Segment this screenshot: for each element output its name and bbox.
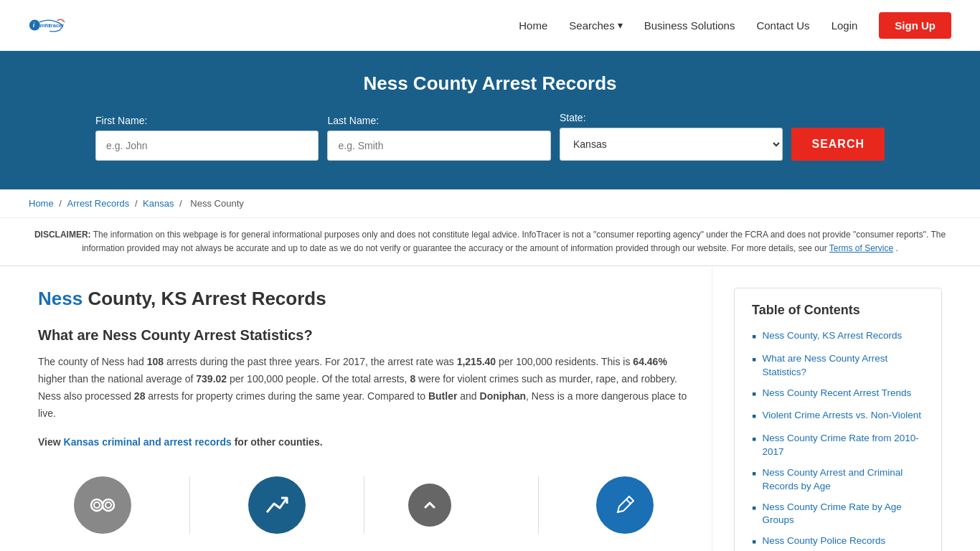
p1-mid1: arrests during the past three years. For… — [164, 356, 457, 367]
svg-text:™: ™ — [61, 21, 63, 24]
arrest-rate: 1,215.40 — [457, 356, 496, 367]
toc-bullet: ▪ — [752, 329, 756, 345]
state-label: State: — [560, 112, 586, 123]
toc-list-item: ▪What are Ness County Arrest Statistics? — [752, 352, 924, 380]
divider1 — [189, 476, 190, 534]
breadcrumb-sep2: / — [135, 198, 140, 209]
breadcrumb-home[interactable]: Home — [29, 198, 54, 209]
toc-heading: Table of Contents — [752, 303, 924, 318]
nav-business-solutions[interactable]: Business Solutions — [644, 19, 735, 32]
last-name-label: Last Name: — [327, 115, 379, 126]
view-records-paragraph: View Kansas criminal and arrest records … — [38, 434, 690, 451]
scroll-top-button[interactable] — [408, 484, 451, 527]
toc-list-item: ▪Ness County Police Records — [752, 534, 924, 550]
view-link[interactable]: Kansas criminal and arrest records — [64, 436, 232, 448]
logo[interactable]: i info tracer ™ — [29, 7, 65, 43]
svg-line-10 — [626, 499, 631, 504]
icon-handcuffs — [60, 476, 146, 534]
breadcrumb: Home / Arrest Records / Kansas / Ness Co… — [0, 189, 980, 218]
article-title-rest: County, KS Arrest Records — [83, 288, 326, 309]
toc-link[interactable]: Ness County Recent Arrest Trends — [762, 387, 911, 400]
toc-bullet: ▪ — [752, 534, 756, 550]
sidebar: Table of Contents ▪Ness County, KS Arres… — [712, 266, 956, 551]
toc-bullet: ▪ — [752, 432, 756, 448]
toc-link[interactable]: Violent Crime Arrests vs. Non-Violent — [762, 409, 921, 423]
svg-point-8 — [105, 502, 111, 508]
breadcrumb-sep3: / — [179, 198, 184, 209]
divider3 — [538, 476, 539, 534]
last-name-input[interactable] — [327, 131, 550, 161]
toc-list-item: ▪Ness County Crime Rate by Age Groups — [752, 501, 924, 528]
national-avg: 739.02 — [196, 373, 227, 385]
toc-list-item: ▪Ness County Crime Rate from 2010-2017 — [752, 432, 924, 459]
nav-login[interactable]: Login — [831, 19, 858, 32]
svg-text:i: i — [33, 22, 35, 29]
article-title: Ness County, KS Arrest Records — [38, 288, 690, 310]
icon-pencil — [582, 476, 668, 534]
state-group: State: AlabamaAlaskaArizonaArkansasCalif… — [560, 112, 783, 161]
disclaimer-bar: DISCLAIMER: The information on this webp… — [0, 218, 980, 266]
icon-scroll-top[interactable] — [408, 484, 494, 527]
first-name-group: First Name: — [95, 115, 319, 161]
toc-bullet: ▪ — [752, 501, 756, 517]
trend-up-icon — [248, 476, 306, 534]
disclaimer-label: DISCLAIMER: — [34, 230, 91, 240]
svg-text:info: info — [40, 22, 50, 29]
property-count: 28 — [134, 390, 146, 402]
svg-point-7 — [103, 499, 114, 511]
toc-link[interactable]: Ness County Crime Rate by Age Groups — [762, 501, 924, 528]
main-nav: Home Searches ▾ Business Solutions Conta… — [519, 12, 951, 39]
toc-link[interactable]: Ness County Crime Rate from 2010-2017 — [762, 432, 924, 459]
first-name-input[interactable] — [95, 131, 319, 161]
nav-contact-us[interactable]: Contact Us — [756, 19, 809, 32]
svg-point-6 — [94, 502, 100, 508]
hero-title: Ness County Arrest Records — [29, 72, 951, 95]
toc-bullet: ▪ — [752, 466, 756, 482]
toc-link[interactable]: Ness County Police Records — [762, 534, 885, 548]
p1-mid2: per 100,000 residents. This is — [496, 356, 633, 367]
breadcrumb-ness-county: Ness County — [190, 198, 243, 209]
article: Ness County, KS Arrest Records What are … — [24, 266, 712, 551]
p1-mid3: higher than the national average of — [38, 373, 196, 385]
toc-link[interactable]: Ness County Arrest and Criminal Records … — [762, 466, 924, 494]
breadcrumb-kansas[interactable]: Kansas — [143, 198, 174, 209]
svg-point-5 — [91, 499, 103, 511]
icon-trend-up — [234, 476, 320, 534]
site-header: i info tracer ™ Home Searches ▾ Business… — [0, 0, 980, 51]
tos-link[interactable]: Terms of Service — [829, 243, 893, 253]
toc-bullet: ▪ — [752, 387, 756, 402]
toc-list-item: ▪Ness County Arrest and Criminal Records… — [752, 466, 924, 494]
p1-mid4: per 100,000 people. Of the total arrests… — [227, 373, 410, 385]
toc-link[interactable]: What are Ness County Arrest Statistics? — [762, 352, 924, 380]
toc-list: ▪Ness County, KS Arrest Records▪What are… — [752, 329, 924, 551]
disclaimer-period: . — [896, 243, 898, 253]
first-name-label: First Name: — [95, 115, 147, 126]
icons-row — [38, 462, 690, 534]
toc-link[interactable]: Ness County, KS Arrest Records — [762, 329, 902, 343]
toc-box: Table of Contents ▪Ness County, KS Arres… — [734, 288, 942, 551]
higher-pct: 64.46% — [633, 356, 666, 367]
breadcrumb-sep1: / — [59, 198, 64, 209]
stats-heading: What are Ness County Arrest Statistics? — [38, 327, 690, 344]
main-content: Ness County, KS Arrest Records What are … — [9, 266, 971, 551]
view-suffix: for other counties. — [232, 436, 323, 448]
last-name-group: Last Name: — [327, 115, 550, 161]
chevron-down-icon: ▾ — [618, 19, 623, 31]
signup-button[interactable]: Sign Up — [879, 12, 951, 39]
nav-home[interactable]: Home — [519, 19, 547, 32]
nav-searches-link[interactable]: Searches — [569, 19, 614, 32]
breadcrumb-arrest-records[interactable]: Arrest Records — [67, 198, 130, 209]
state-select[interactable]: AlabamaAlaskaArizonaArkansasCaliforniaCo… — [560, 128, 783, 161]
toc-bullet: ▪ — [752, 352, 756, 368]
search-form: First Name: Last Name: State: AlabamaAla… — [95, 112, 885, 161]
disclaimer-text: The information on this webpage is for g… — [82, 230, 946, 253]
p1-prefix: The county of Ness had — [38, 356, 147, 367]
search-button[interactable]: SEARCH — [791, 128, 885, 161]
nav-searches[interactable]: Searches ▾ — [569, 19, 622, 32]
view-prefix: View — [38, 436, 64, 448]
p1-and: and — [457, 390, 479, 402]
arrests-count: 108 — [147, 356, 164, 367]
handcuffs-icon — [74, 476, 131, 534]
toc-list-item: ▪Ness County Recent Arrest Trends — [752, 387, 924, 402]
p1-mid6: arrests for property crimes during the s… — [145, 390, 428, 402]
